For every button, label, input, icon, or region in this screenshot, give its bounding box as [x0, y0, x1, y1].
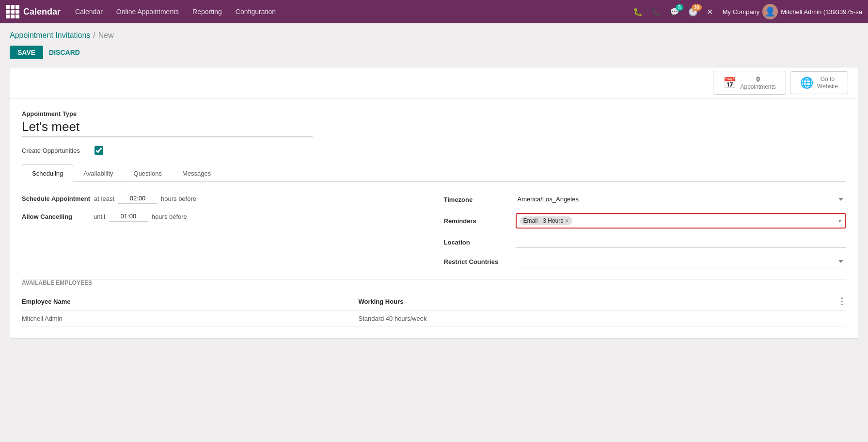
page-content: Appointment Invitations / New SAVE DISCA…	[0, 23, 868, 339]
clock-icon-btn[interactable]: 🕐 30	[685, 5, 701, 18]
schedule-suffix: hours before	[161, 195, 196, 202]
location-row: Location	[444, 236, 847, 248]
breadcrumb: Appointment Invitations / New	[10, 31, 858, 40]
nav-reporting[interactable]: Reporting	[186, 0, 229, 23]
tab-bar: Scheduling Availability Questions Messag…	[22, 164, 846, 182]
timezone-select[interactable]: America/Los_Angeles	[516, 194, 847, 205]
schedule-at-least: at least	[94, 195, 114, 202]
working-hours-cell: Standard 40 hours/week	[358, 311, 831, 327]
breadcrumb-current: New	[98, 31, 114, 40]
action-bar: SAVE DISCARD	[10, 46, 858, 59]
appointments-stat-btn[interactable]: 📅 0 Appointments	[713, 71, 786, 95]
save-button[interactable]: SAVE	[10, 46, 43, 59]
cancel-suffix: hours before	[152, 213, 187, 220]
more-options-btn[interactable]: ⋮	[831, 292, 846, 311]
form-card: 📅 0 Appointments 🌐 Go toWebsite Appointm…	[10, 67, 858, 339]
reminder-tag-label: Email - 3 Hours	[523, 217, 564, 224]
globe-icon: 🌐	[800, 77, 813, 89]
employees-table-header: Employee Name Working Hours ⋮	[22, 292, 846, 311]
avatar[interactable]: 👤	[762, 4, 778, 19]
employees-section: Available Employees Employee Name Workin…	[10, 279, 858, 338]
breadcrumb-parent[interactable]: Appointment Invitations	[10, 31, 90, 40]
form-body: Appointment Type Create Opportunities Sc…	[10, 98, 858, 182]
location-label: Location	[444, 239, 512, 246]
nav-online-appointments[interactable]: Online Appointments	[110, 0, 186, 23]
allow-cancelling-row: Allow Cancelling until hours before	[22, 212, 425, 222]
col-employee-name: Employee Name	[22, 292, 358, 311]
timezone-label: Timezone	[444, 196, 512, 203]
tab-questions[interactable]: Questions	[124, 164, 173, 182]
bug-icon-btn[interactable]: 🐛	[630, 5, 646, 18]
form-card-header: 📅 0 Appointments 🌐 Go toWebsite	[10, 67, 858, 98]
timezone-row: Timezone America/Los_Angeles	[444, 194, 847, 205]
tab-scheduling[interactable]: Scheduling	[22, 164, 73, 182]
appointment-type-input[interactable]	[22, 119, 313, 137]
schedule-value-input[interactable]	[118, 194, 157, 204]
appointments-label: Appointments	[740, 83, 775, 90]
appointments-count: 0	[740, 75, 775, 83]
location-input[interactable]	[516, 236, 847, 248]
top-right-actions: 🐛 📞 💬 5 🕐 30 ✕ My Company 👤 Mitchell Adm…	[630, 4, 862, 19]
chat-icon-btn[interactable]: 💬 5	[667, 5, 682, 18]
employees-table: Employee Name Working Hours ⋮ Mitchell A…	[22, 292, 846, 327]
create-opportunities-checkbox[interactable]	[95, 146, 103, 155]
chat-badge: 5	[676, 4, 683, 11]
allow-cancelling-label: Allow Cancelling	[22, 213, 90, 220]
reminders-field[interactable]: Email - 3 Hours × ▼	[516, 213, 847, 229]
employees-section-title: Available Employees	[22, 279, 846, 286]
table-row: Mitchell Admin Standard 40 hours/week	[22, 311, 846, 327]
employee-name-cell: Mitchell Admin	[22, 311, 358, 327]
reminders-dropdown-icon[interactable]: ▼	[837, 218, 842, 224]
clock-badge: 30	[692, 4, 702, 11]
top-menu: Calendar Online Appointments Reporting C…	[68, 0, 630, 23]
nav-configuration[interactable]: Configuration	[229, 0, 283, 23]
create-opportunities-row: Create Opportunities	[22, 146, 846, 155]
cancel-value-input[interactable]	[109, 212, 148, 222]
create-opportunities-label: Create Opportunities	[22, 147, 90, 154]
scheduling-content: Schedule Appointment at least hours befo…	[10, 182, 858, 279]
calendar-icon: 📅	[723, 77, 736, 89]
user-label: Mitchell Admin (13933975-sa	[781, 8, 862, 16]
left-fields: Schedule Appointment at least hours befo…	[22, 194, 425, 267]
grid-icon	[6, 5, 19, 18]
reminder-tag-remove[interactable]: ×	[565, 218, 568, 224]
nav-calendar[interactable]: Calendar	[68, 0, 110, 23]
tab-messages[interactable]: Messages	[172, 164, 221, 182]
discard-button[interactable]: DISCARD	[49, 49, 80, 56]
reminder-tag-email-3hours[interactable]: Email - 3 Hours ×	[520, 216, 573, 225]
appointment-type-label: Appointment Type	[22, 110, 846, 117]
top-navigation: Calendar Calendar Online Appointments Re…	[0, 0, 868, 23]
website-label: Go toWebsite	[817, 76, 838, 90]
tab-availability[interactable]: Availability	[73, 164, 123, 182]
stat-buttons: 📅 0 Appointments 🌐 Go toWebsite	[709, 71, 848, 95]
right-fields: Timezone America/Los_Angeles Reminders E…	[444, 194, 847, 267]
close-icon-btn[interactable]: ✕	[704, 5, 716, 18]
restrict-countries-label: Restrict Countries	[444, 258, 512, 265]
schedule-appointment-label: Schedule Appointment	[22, 195, 90, 202]
schedule-appointment-row: Schedule Appointment at least hours befo…	[22, 194, 425, 204]
reminders-label: Reminders	[444, 217, 512, 225]
go-to-website-btn[interactable]: 🌐 Go toWebsite	[790, 71, 848, 94]
company-name: My Company	[723, 8, 760, 16]
breadcrumb-separator: /	[93, 31, 95, 40]
phone-icon-btn[interactable]: 📞	[648, 5, 664, 18]
cancel-until: until	[94, 213, 105, 220]
restrict-countries-select[interactable]	[516, 256, 847, 267]
brand-logo[interactable]: Calendar	[6, 5, 61, 18]
reminders-row: Reminders Email - 3 Hours × ▼	[444, 213, 847, 229]
brand-title: Calendar	[23, 7, 61, 17]
restrict-countries-row: Restrict Countries	[444, 256, 847, 267]
reminders-input[interactable]	[574, 217, 836, 225]
col-working-hours: Working Hours	[358, 292, 831, 311]
